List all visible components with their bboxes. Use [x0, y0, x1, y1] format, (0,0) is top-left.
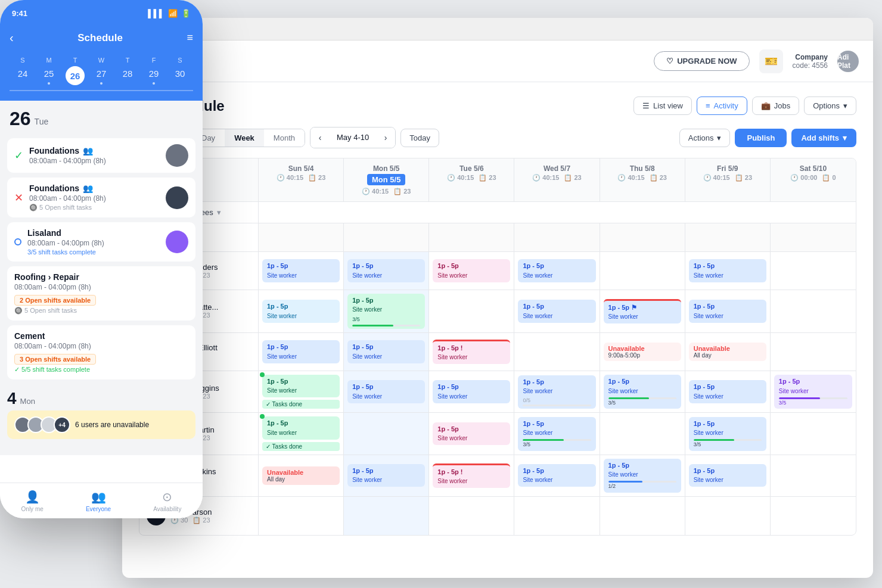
shift-cell[interactable]: 1p - 5p !Site worker	[429, 455, 514, 496]
cal-date-27[interactable]: 27	[88, 66, 114, 85]
activity-button[interactable]: ≡ Activity	[697, 97, 747, 115]
app-header: eam ♡ UPGRADE NOW 🎫 Company code: 4556 A…	[122, 41, 873, 82]
unavailable-notice[interactable]: +4 6 users are unavailable	[7, 410, 195, 439]
help-button[interactable]: 🎫	[759, 49, 783, 73]
shift-cell[interactable]	[771, 333, 856, 371]
menu-icon[interactable]: ≡	[187, 32, 193, 44]
cal-date-24[interactable]: 24	[10, 66, 36, 85]
shift-cell[interactable]	[600, 252, 685, 290]
shift-cell[interactable]	[344, 413, 429, 454]
list-item[interactable]: ✓ Foundations 👥 08:00am - 04:00pm (8h)	[7, 138, 195, 173]
nav-availability[interactable]: ⊙ Availability	[153, 490, 181, 512]
shift-cell[interactable]	[771, 252, 856, 290]
shift-cell[interactable]	[259, 497, 344, 535]
back-button[interactable]: ‹	[10, 31, 14, 45]
month-tab[interactable]: Month	[264, 129, 305, 147]
actions-button[interactable]: Actions ▾	[679, 129, 731, 147]
publish-button[interactable]: Publish	[735, 129, 787, 147]
nav-everyone[interactable]: 👥 Everyone	[86, 490, 111, 512]
group-icon: 👥	[83, 183, 93, 193]
shift-cell[interactable]	[600, 413, 685, 454]
shift-cell[interactable]	[600, 497, 685, 535]
shift-cell[interactable]: 1p - 5pSite worker	[259, 252, 344, 290]
shift-cell[interactable]	[685, 497, 771, 535]
shift-cell[interactable]: 1p - 5p Site worker 3/5	[344, 290, 429, 332]
user-avatar[interactable]: Adi Plat	[837, 51, 859, 72]
shift-cell[interactable]: Unavailable 9:00a-5:00p	[600, 333, 685, 371]
cal-date-29[interactable]: 29	[141, 66, 167, 85]
list-item[interactable]: Cement 08:00am - 04:00pm (8h) 3 Open shi…	[7, 325, 195, 379]
list-item[interactable]: Roofing › Repair 08:00am - 04:00pm (8h) …	[7, 266, 195, 321]
company-label: Company	[793, 53, 828, 61]
grid-header-row: Sun 5/4 🕐 40:15📋 23 Mon 5/5 Mon 5/5 🕐 40…	[139, 158, 856, 202]
group-icon: 👥	[91, 490, 106, 504]
shift-cell[interactable]: 1p - 5pSite worker	[344, 371, 429, 412]
shift-cell[interactable]: 1p - 5pSite worker 3/5	[514, 413, 600, 454]
shift-cell[interactable]: 1p - 5pSite worker	[259, 290, 344, 332]
shift-cell[interactable]	[771, 290, 856, 332]
shift-cell[interactable]: 1p - 5pSite worker ✓ Tasks done	[259, 413, 344, 454]
shift-cell[interactable]: 1p - 5pSite worker 3/5	[600, 371, 685, 412]
mobile-current-date: 26	[10, 108, 31, 130]
shift-cell[interactable]: 1p - 5pSite worker	[514, 455, 600, 496]
add-shifts-button[interactable]: Add shifts ▾	[791, 129, 856, 147]
shift-cell[interactable]	[771, 413, 856, 454]
shift-cell[interactable]: 1p - 5pSite worker 0/5	[514, 371, 600, 412]
shift-cell[interactable]: 1p - 5pSite worker	[344, 333, 429, 371]
shift-cell[interactable]	[514, 497, 600, 535]
grid-header-tue: Tue 5/6 🕐 40:15📋 23	[429, 158, 514, 201]
cal-date-25[interactable]: 25	[36, 66, 62, 85]
actions-label: Actions	[688, 133, 714, 142]
shift-cell[interactable]: 1p - 5pSite worker	[685, 455, 771, 496]
options-button[interactable]: Options ▾	[804, 97, 856, 115]
shift-cell[interactable]: 1p - 5pSite worker	[685, 252, 771, 290]
mobile-shift-list: ✓ Foundations 👥 08:00am - 04:00pm (8h) ✕…	[0, 133, 203, 455]
shift-cell[interactable]	[514, 333, 600, 371]
week-tab[interactable]: Week	[225, 129, 264, 147]
shift-cell[interactable]	[344, 497, 429, 535]
add-shifts-chevron-icon: ▾	[843, 133, 847, 142]
list-view-button[interactable]: ☰ List view	[633, 97, 692, 115]
shift-cell[interactable]: Unavailable All day	[685, 333, 771, 371]
list-item[interactable]: ✕ Foundations 👥 08:00am - 04:00pm (8h) 🔘…	[7, 178, 195, 217]
list-item[interactable]: Lisaland 08:00am - 04:00pm (8h) 3/5 shif…	[7, 222, 195, 262]
shift-cell[interactable]	[429, 497, 514, 535]
shift-cell[interactable]: 1p - 5pSite worker	[259, 333, 344, 371]
cal-date-30[interactable]: 30	[167, 66, 193, 85]
date-nav: ‹ May 4-10 ›	[310, 127, 396, 148]
shift-cell[interactable]: 1p - 5pSite worker	[344, 252, 429, 290]
cal-date-26[interactable]: 26	[66, 66, 85, 85]
prev-date-button[interactable]: ‹	[310, 127, 330, 148]
shift-cell[interactable]: 1p - 5pSite worker	[514, 252, 600, 290]
shift-cell[interactable]: 1p - 5pSite worker	[344, 455, 429, 496]
cal-date-28[interactable]: 28	[114, 66, 141, 85]
shift-cell[interactable]: 1p - 5p ⚑Site worker	[600, 290, 685, 332]
shift-cell[interactable]	[771, 455, 856, 496]
shift-cell[interactable]: 1p - 5pSite worker	[429, 413, 514, 454]
mobile-date-header: 26 Tue	[0, 101, 203, 133]
grid-header-mon: Mon 5/5 Mon 5/5 🕐 40:15📋 23	[344, 158, 429, 201]
table-row: MS Mike Sanders 🕐 30📋 23 1p - 5pSite wor…	[139, 252, 856, 290]
shift-cell[interactable]	[429, 290, 514, 332]
shift-cell[interactable]: 1p - 5pSite worker	[514, 290, 600, 332]
shift-cell[interactable]: 1p - 5pSite worker 1/2	[600, 455, 685, 496]
wifi-icon: 📶	[168, 9, 178, 18]
today-button[interactable]: Today	[400, 129, 439, 147]
shift-cell[interactable]: 1p - 5pSite worker	[685, 371, 771, 412]
nav-only-me[interactable]: 👤 Only me	[21, 490, 44, 512]
shift-cell[interactable]: Unavailable All day	[259, 455, 344, 496]
check-icon: ✓	[14, 149, 23, 162]
shift-cell[interactable]: 1p - 5pSite worker	[429, 252, 514, 290]
shift-cell[interactable]: 1p - 5pSite worker	[685, 290, 771, 332]
shift-cell[interactable]: 1p - 5pSite worker 3/5	[771, 371, 856, 412]
upgrade-button[interactable]: ♡ UPGRADE NOW	[654, 51, 749, 71]
shift-cell[interactable]	[771, 497, 856, 535]
jobs-button[interactable]: 💼 Jobs	[752, 97, 799, 115]
shift-cell[interactable]: 1p - 5p !Site worker	[429, 333, 514, 371]
mobile-calendar: S M T W T F S 24 25 26 27 28 29 30	[0, 52, 203, 101]
shift-cell[interactable]: 1p - 5pSite worker	[429, 371, 514, 412]
open-shift-sun	[259, 223, 344, 251]
next-date-button[interactable]: ›	[376, 127, 395, 148]
shift-cell[interactable]: 1p - 5pSite worker ✓ Tasks done	[259, 371, 344, 412]
shift-cell[interactable]: 1p - 5pSite worker 3/5	[685, 413, 771, 454]
